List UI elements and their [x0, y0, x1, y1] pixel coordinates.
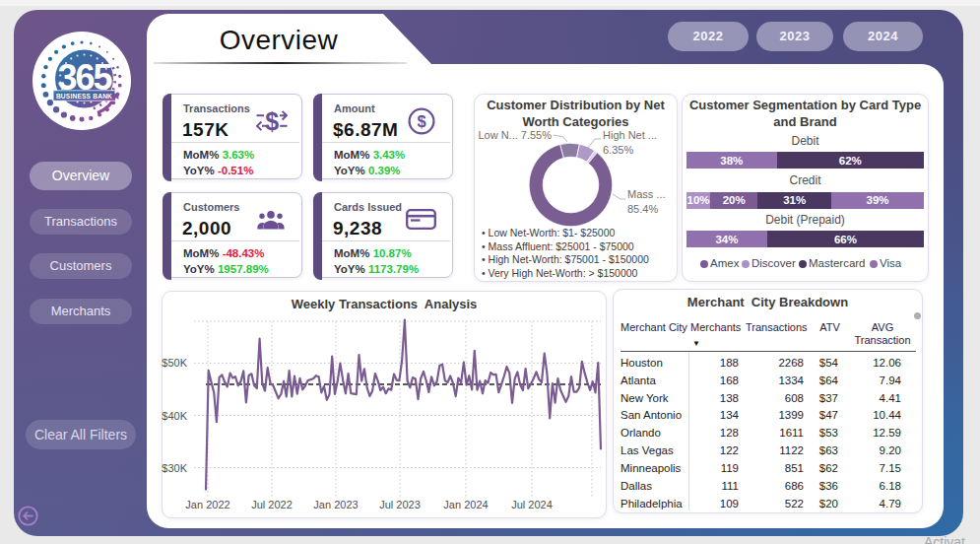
svg-text:$: $	[265, 108, 279, 134]
svg-text:BUSINESS BANK: BUSINESS BANK	[56, 93, 112, 100]
svg-text:$: $	[417, 112, 425, 130]
